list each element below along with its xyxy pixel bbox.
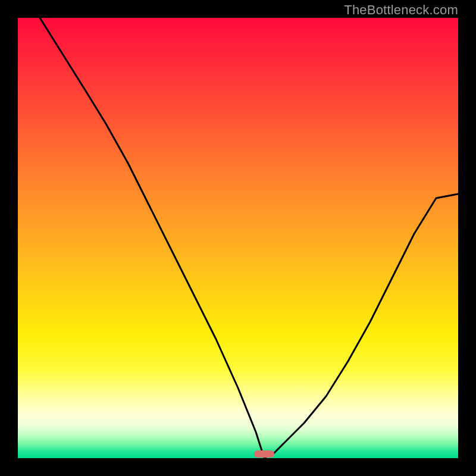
bottleneck-curve (18, 18, 458, 458)
optimum-marker (254, 450, 274, 458)
plot-area (18, 18, 458, 458)
attribution-label: TheBottleneck.com (344, 2, 458, 18)
chart-frame: TheBottleneck.com (0, 0, 476, 476)
